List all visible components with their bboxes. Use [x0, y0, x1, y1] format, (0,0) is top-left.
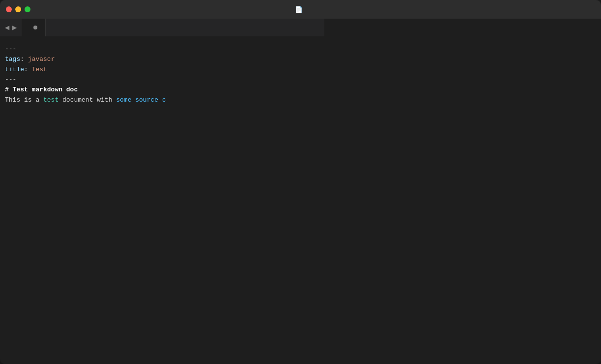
editor-line-8: This is a test document with some source…	[5, 95, 319, 106]
app-window: 📄 ◀ ▶ --- tags: javascr tit	[0, 0, 601, 364]
editor-container: ◀ ▶ --- tags: javascr title: Test --- # …	[0, 19, 324, 364]
editor-tab-testmd[interactable]	[22, 19, 46, 36]
prev-tab-icon[interactable]: ◀	[5, 24, 9, 31]
file-icon: 📄	[295, 6, 303, 13]
editor-line-6: # Test markdown doc	[5, 85, 319, 95]
editor-content[interactable]: --- tags: javascr title: Test --- # Test…	[0, 36, 324, 364]
main-area: ◀ ▶ --- tags: javascr title: Test --- # …	[0, 19, 601, 364]
editor-line-3: title: Test	[5, 65, 319, 75]
titlebar: 📄	[0, 0, 601, 19]
maximize-button[interactable]	[25, 6, 30, 12]
next-tab-icon[interactable]: ▶	[12, 24, 17, 31]
close-button[interactable]	[6, 6, 12, 12]
minimize-button[interactable]	[15, 6, 21, 12]
editor-line-2: tags: javascr	[5, 55, 319, 65]
window-title-area: 📄	[295, 6, 307, 13]
tab-unsaved-dot	[33, 26, 37, 29]
editor-line-1: ---	[5, 44, 319, 55]
traffic-lights	[6, 6, 30, 12]
tab-nav-arrows: ◀ ▶	[0, 24, 22, 31]
editor-line-4: ---	[5, 75, 319, 85]
editor-tabs: ◀ ▶	[0, 19, 324, 36]
